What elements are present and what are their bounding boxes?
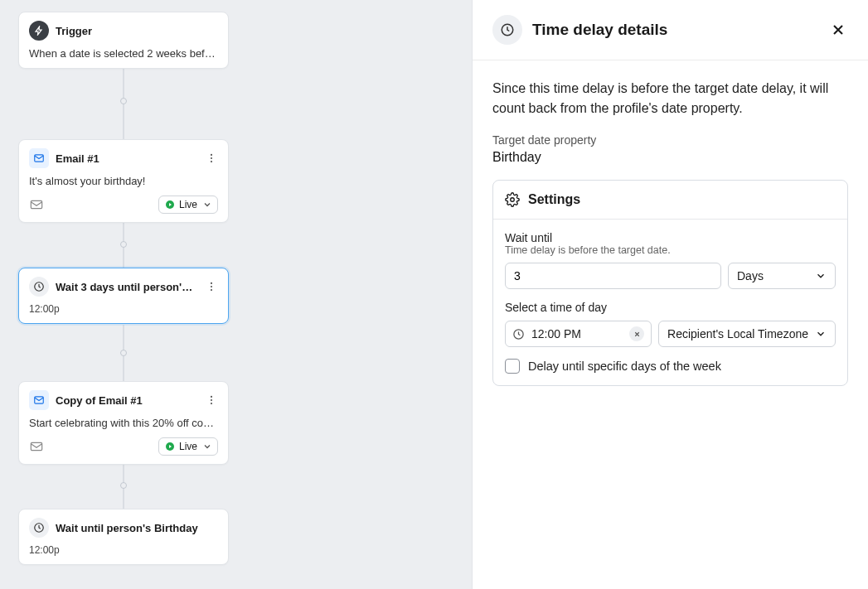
bolt-icon	[29, 21, 49, 41]
live-status-icon	[166, 442, 174, 451]
panel-title: Time delay details	[532, 21, 818, 39]
settings-heading: Settings	[528, 192, 580, 207]
card-time: 12:00p	[29, 544, 218, 556]
card-email-2[interactable]: Copy of Email #1 Start celebrating with …	[18, 381, 229, 465]
email-icon	[29, 148, 49, 168]
chevron-down-icon	[815, 328, 827, 340]
svg-point-16	[511, 198, 515, 202]
live-status-icon	[166, 200, 174, 209]
email-icon	[29, 390, 49, 410]
connector-dot	[120, 98, 127, 104]
card-description: Start celebrating with this 20% off coup…	[29, 417, 218, 429]
svg-rect-13	[31, 442, 41, 450]
delay-specific-days-label: Delay until specific days of the week	[528, 360, 721, 373]
delay-specific-days-checkbox[interactable]	[505, 359, 520, 374]
status-label: Live	[179, 199, 197, 210]
wait-until-label: Wait until	[505, 231, 836, 244]
target-property-value: Birthday	[492, 150, 848, 165]
mail-indicator-icon	[29, 199, 44, 210]
connector	[123, 462, 124, 509]
connector	[123, 325, 124, 382]
svg-point-6	[211, 282, 212, 284]
panel-header: Time delay details	[473, 0, 868, 60]
chevron-down-icon	[202, 442, 212, 451]
svg-point-2	[211, 157, 212, 159]
connector-dot	[120, 482, 127, 489]
close-button[interactable]	[828, 20, 848, 40]
connector-dot	[120, 241, 127, 248]
timezone-value: Recipient's Local Timezone	[667, 327, 808, 340]
clear-time-button[interactable]	[629, 326, 644, 341]
target-property-label: Target date property	[492, 133, 848, 147]
wait-unit-value: Days	[737, 269, 764, 282]
clock-icon	[29, 277, 49, 297]
chevron-down-icon	[815, 270, 827, 282]
card-description: When a date is selected 2 weeks before p…	[29, 47, 218, 60]
svg-point-8	[211, 289, 212, 291]
status-dropdown[interactable]: Live	[158, 196, 218, 214]
clock-icon	[29, 518, 49, 538]
status-label: Live	[179, 441, 197, 452]
card-title: Wait until person's Birthday	[56, 522, 218, 534]
card-wait-3-days[interactable]: Wait 3 days until person's… 12:00p	[18, 268, 229, 324]
time-value: 12:00 PM	[531, 327, 623, 340]
card-menu-button[interactable]	[205, 280, 218, 293]
card-description: It's almost your birthday!	[29, 175, 218, 187]
svg-point-3	[211, 161, 212, 162]
connector	[123, 221, 124, 268]
settings-box: Settings Wait until Time delay is before…	[492, 180, 848, 386]
flow-canvas[interactable]: Trigger When a date is selected 2 weeks …	[0, 0, 473, 589]
connector	[123, 63, 124, 139]
card-email-1[interactable]: Email #1 It's almost your birthday! Live	[18, 139, 229, 223]
svg-point-12	[211, 403, 212, 404]
clock-icon	[492, 15, 522, 45]
wait-until-sublabel: Time delay is before the target date.	[505, 244, 836, 256]
svg-point-1	[211, 154, 212, 156]
card-menu-button[interactable]	[205, 152, 218, 165]
card-time: 12:00p	[29, 303, 218, 315]
svg-point-10	[211, 396, 212, 398]
svg-point-7	[211, 286, 212, 287]
svg-rect-4	[31, 200, 41, 208]
timezone-select[interactable]: Recipient's Local Timezone	[658, 321, 836, 347]
gear-icon	[505, 192, 520, 207]
details-panel: Time delay details Since this time delay…	[472, 0, 868, 589]
wait-value-input[interactable]	[505, 263, 721, 289]
connector-dot	[120, 350, 127, 356]
card-wait-birthday[interactable]: Wait until person's Birthday 12:00p	[18, 509, 229, 565]
card-menu-button[interactable]	[205, 393, 218, 407]
card-title: Trigger	[56, 25, 218, 37]
time-input[interactable]: 12:00 PM	[505, 321, 652, 347]
card-trigger[interactable]: Trigger When a date is selected 2 weeks …	[18, 12, 229, 69]
svg-point-11	[211, 399, 212, 401]
status-dropdown[interactable]: Live	[158, 437, 218, 456]
card-title: Email #1	[56, 152, 198, 165]
mail-indicator-icon	[29, 441, 44, 452]
clock-icon	[512, 328, 525, 340]
card-title: Wait 3 days until person's…	[56, 281, 198, 293]
card-title: Copy of Email #1	[56, 394, 198, 407]
time-of-day-label: Select a time of day	[505, 301, 836, 314]
chevron-down-icon	[202, 200, 212, 210]
panel-description: Since this time delay is before the targ…	[492, 79, 848, 118]
wait-unit-select[interactable]: Days	[728, 263, 836, 289]
